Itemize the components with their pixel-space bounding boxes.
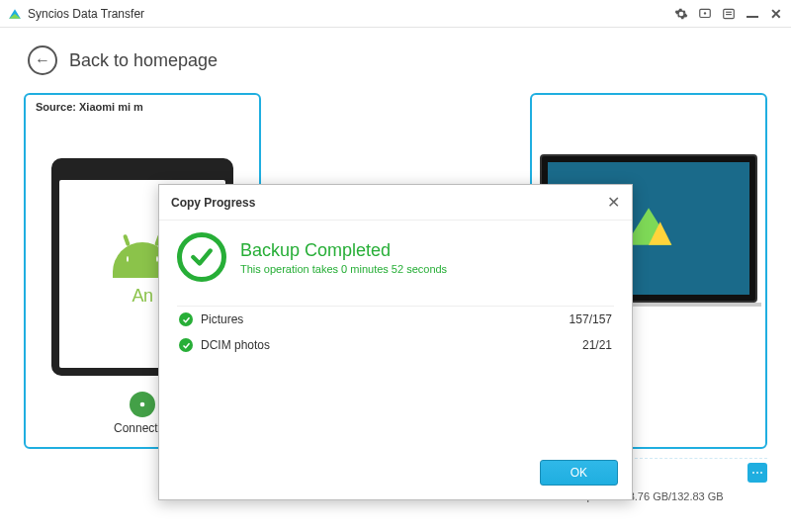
completion-heading: Backup Completed	[240, 240, 447, 261]
backup-items-list: Pictures 157/157 DCIM photos 21/21	[177, 306, 614, 358]
check-icon	[179, 312, 193, 326]
svg-point-5	[140, 402, 145, 407]
titlebar: Syncios Data Transfer ✕	[0, 0, 791, 28]
item-name: Pictures	[201, 312, 243, 326]
connected-badge	[130, 392, 155, 417]
source-header: Source: Xiaomi mi m	[26, 95, 259, 119]
close-button[interactable]: ✕	[769, 7, 783, 21]
item-count: 157/157	[570, 312, 612, 326]
browse-button[interactable]: ⋯	[747, 463, 767, 483]
svg-point-1	[704, 12, 706, 14]
success-check-icon	[177, 232, 226, 282]
app-logo	[8, 7, 22, 21]
list-item: DCIM photos 21/21	[177, 332, 614, 358]
completion-subtext: This operation takes 0 minutes 52 second…	[240, 263, 447, 275]
back-button[interactable]: ←	[28, 45, 57, 75]
android-label: An	[132, 286, 152, 307]
app-title: Syncios Data Transfer	[28, 7, 674, 21]
ok-button[interactable]: OK	[540, 460, 618, 486]
item-name: DCIM photos	[201, 338, 270, 352]
content-area: Source: Xiaomi mi m An Connected	[0, 75, 791, 520]
page-title: Back to homepage	[69, 50, 218, 71]
minimize-button[interactable]	[746, 7, 759, 21]
back-arrow-icon: ←	[35, 52, 50, 68]
check-icon	[179, 338, 193, 352]
feedback-icon[interactable]	[698, 7, 712, 21]
breadcrumb: ← Back to homepage	[0, 28, 791, 75]
list-item: Pictures 157/157	[177, 307, 614, 332]
menu-icon[interactable]	[722, 7, 736, 21]
item-count: 21/21	[582, 338, 612, 352]
dialog-close-button[interactable]: ✕	[607, 193, 620, 212]
dialog-title: Copy Progress	[171, 196, 255, 210]
settings-icon[interactable]	[674, 7, 688, 21]
copy-progress-dialog: Copy Progress ✕ Backup Completed This op…	[158, 184, 633, 500]
